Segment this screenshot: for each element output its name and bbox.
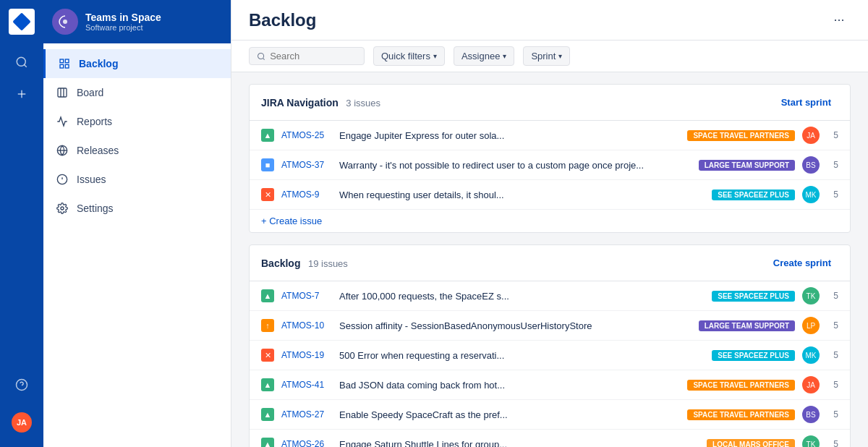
issues-icon bbox=[55, 172, 69, 187]
board-icon bbox=[55, 85, 69, 100]
story-points: 5 bbox=[827, 190, 838, 200]
sidebar-header: Teams in Space Software project bbox=[43, 0, 231, 43]
project-type: Software project bbox=[85, 23, 161, 32]
sprint-title: JIRA Navigation bbox=[261, 97, 339, 108]
issue-id[interactable]: ATMOS-9 bbox=[281, 190, 332, 200]
board-label: Board bbox=[77, 87, 103, 98]
issue-summary: Warranty - it's not possible to redirect… bbox=[339, 160, 692, 171]
issue-summary: When requesting user details, it shoul..… bbox=[339, 190, 705, 200]
backlog-icon bbox=[57, 56, 72, 71]
issue-id[interactable]: ATMOS-41 bbox=[281, 380, 332, 390]
svg-point-21 bbox=[258, 53, 264, 59]
main-content: Backlog ··· Quick filters ▾ Assignee ▾ S… bbox=[231, 0, 868, 447]
quick-filters-chevron: ▾ bbox=[433, 52, 437, 60]
help-icon[interactable] bbox=[9, 372, 35, 398]
backlog-header: Backlog 19 issues Create sprint bbox=[250, 245, 850, 281]
search-box[interactable] bbox=[249, 47, 365, 65]
sidebar-item-backlog[interactable]: Backlog bbox=[43, 49, 231, 78]
issue-row: ↑ ATMOS-10 Session affinity - SessionBas… bbox=[250, 311, 850, 341]
backlog-content: JIRA Navigation 3 issues Start sprint ▲ … bbox=[231, 72, 868, 447]
assignee-avatar: BS bbox=[802, 156, 820, 174]
issue-id[interactable]: ATMOS-7 bbox=[281, 291, 332, 301]
issue-id[interactable]: ATMOS-25 bbox=[281, 130, 332, 140]
releases-label: Releases bbox=[77, 145, 119, 156]
search-icon[interactable] bbox=[9, 49, 35, 75]
create-icon[interactable] bbox=[9, 81, 35, 107]
story-icon: ▲ bbox=[261, 408, 274, 421]
sidebar-item-reports[interactable]: Reports bbox=[43, 107, 231, 136]
assignee-filter-button[interactable]: Assignee ▾ bbox=[454, 46, 514, 66]
issue-label: SPACE TRAVEL PARTNERS bbox=[687, 409, 795, 420]
more-options-button[interactable]: ··· bbox=[827, 9, 851, 32]
issue-summary: After 100,000 requests, the SpaceEZ s... bbox=[339, 291, 705, 302]
issue-label: SEE SPACEEZ PLUS bbox=[712, 190, 795, 200]
search-input[interactable] bbox=[270, 51, 357, 61]
story-points: 5 bbox=[827, 160, 838, 170]
reports-icon bbox=[55, 114, 69, 129]
sidebar-item-releases[interactable]: Releases bbox=[43, 136, 231, 165]
issue-id[interactable]: ATMOS-10 bbox=[281, 320, 332, 331]
story-icon: ▲ bbox=[261, 378, 274, 391]
story-points: 5 bbox=[827, 380, 838, 390]
issue-row: ✕ ATMOS-9 When requesting user details, … bbox=[250, 180, 850, 210]
app-logo[interactable] bbox=[9, 9, 35, 35]
issue-id[interactable]: ATMOS-27 bbox=[281, 409, 332, 420]
svg-point-20 bbox=[61, 207, 64, 210]
issue-row: ■ ATMOS-37 Warranty - it's not possible … bbox=[250, 150, 850, 180]
sprint-filter-button[interactable]: Sprint ▾ bbox=[523, 46, 570, 66]
sidebar-nav: Backlog Board Reports Releases Issues bbox=[43, 43, 231, 447]
issue-row: ✕ ATMOS-19 500 Error when requesting a r… bbox=[250, 341, 850, 370]
sidebar: Teams in Space Software project Backlog … bbox=[43, 0, 231, 447]
svg-rect-12 bbox=[58, 88, 67, 97]
start-sprint-button[interactable]: Start sprint bbox=[774, 93, 838, 111]
sprint-chevron: ▾ bbox=[558, 52, 562, 60]
story-icon: ▲ bbox=[261, 289, 274, 302]
issue-label: LARGE TEAM SUPPORT bbox=[699, 320, 795, 331]
icon-bar: JA bbox=[0, 0, 43, 447]
backlog-title: Backlog bbox=[261, 257, 300, 269]
story-points: 5 bbox=[827, 320, 838, 331]
issue-id[interactable]: ATMOS-26 bbox=[281, 439, 332, 447]
assignee-avatar: TK bbox=[802, 435, 820, 447]
svg-point-0 bbox=[17, 57, 25, 66]
project-avatar bbox=[52, 9, 78, 35]
issue-id[interactable]: ATMOS-19 bbox=[281, 350, 332, 360]
user-avatar-icon[interactable]: JA bbox=[9, 409, 35, 435]
backlog-title-area: Backlog 19 issues bbox=[261, 257, 348, 270]
toolbar: Quick filters ▾ Assignee ▾ Sprint ▾ bbox=[231, 41, 868, 72]
bug-icon: ✕ bbox=[261, 349, 274, 362]
issue-summary: Enable Speedy SpaceCraft as the pref... bbox=[339, 409, 680, 420]
issue-row: ▲ ATMOS-41 Bad JSON data coming back fro… bbox=[250, 370, 850, 400]
sidebar-item-board[interactable]: Board bbox=[43, 78, 231, 107]
assignee-avatar: JA bbox=[802, 376, 820, 393]
sprint-section: JIRA Navigation 3 issues Start sprint ▲ … bbox=[249, 84, 851, 233]
search-icon bbox=[257, 51, 265, 61]
story-points: 5 bbox=[827, 350, 838, 360]
issue-label: SPACE TRAVEL PARTNERS bbox=[687, 380, 795, 391]
quick-filters-button[interactable]: Quick filters ▾ bbox=[373, 46, 445, 66]
settings-label: Settings bbox=[77, 203, 114, 214]
sprint-title-area: JIRA Navigation 3 issues bbox=[261, 96, 380, 109]
svg-rect-11 bbox=[65, 64, 69, 68]
reports-label: Reports bbox=[77, 116, 112, 127]
sprint-header: JIRA Navigation 3 issues Start sprint bbox=[250, 85, 850, 121]
backlog-section: Backlog 19 issues Create sprint ▲ ATMOS-… bbox=[249, 244, 851, 447]
sidebar-item-settings[interactable]: Settings bbox=[43, 194, 231, 223]
issue-summary: Engage Saturn Shuttle Lines for group... bbox=[339, 439, 699, 448]
issue-row: ▲ ATMOS-26 Engage Saturn Shuttle Lines f… bbox=[250, 430, 850, 447]
create-sprint-button[interactable]: Create sprint bbox=[766, 254, 838, 272]
issue-id[interactable]: ATMOS-37 bbox=[281, 160, 332, 170]
sidebar-item-issues[interactable]: Issues bbox=[43, 165, 231, 194]
create-issue-button[interactable]: + Create issue bbox=[250, 210, 850, 232]
story-points: 5 bbox=[827, 130, 838, 140]
issue-row: ▲ ATMOS-27 Enable Speedy SpaceCraft as t… bbox=[250, 400, 850, 430]
page-title: Backlog bbox=[249, 10, 316, 30]
issue-row: ▲ ATMOS-25 Engage Jupiter Express for ou… bbox=[250, 121, 850, 150]
issue-label: SEE SPACEEZ PLUS bbox=[712, 350, 795, 361]
story-points: 5 bbox=[827, 291, 838, 301]
issue-label: SEE SPACEEZ PLUS bbox=[712, 291, 795, 302]
backlog-count: 19 issues bbox=[308, 258, 348, 269]
issue-label: SPACE TRAVEL PARTNERS bbox=[687, 130, 795, 141]
assignee-avatar: MK bbox=[802, 346, 820, 364]
assignee-chevron: ▾ bbox=[503, 52, 506, 60]
